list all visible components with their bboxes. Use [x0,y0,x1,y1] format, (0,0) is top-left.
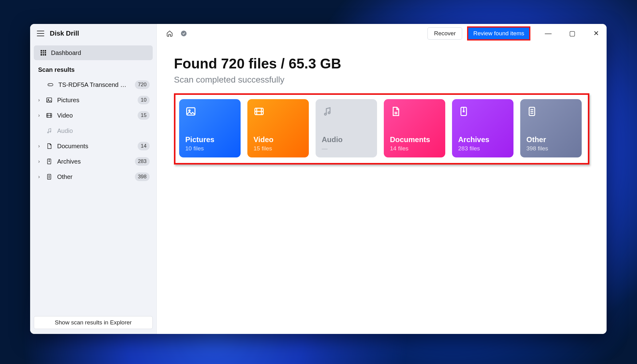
chevron-right-icon: › [37,159,41,164]
sidebar: Disk Drill Dashboard Scan results › TS-R… [30,24,157,334]
svg-rect-0 [48,83,53,86]
sidebar-item-count: 398 [135,172,150,181]
card-pictures[interactable]: Pictures 10 files [179,99,241,157]
sidebar-footer: Show scan results in Explorer [30,312,156,334]
minimize-button[interactable]: — [543,29,554,37]
audio-icon [322,106,334,118]
maximize-button[interactable]: ▢ [567,29,578,37]
card-other[interactable]: Other 398 files [520,99,582,157]
check-circle-icon[interactable] [179,29,188,38]
picture-icon [45,96,53,104]
sidebar-item-label: Documents [57,143,133,150]
card-subtitle: — [322,145,371,152]
sidebar-item-video[interactable]: › Video 15 [34,108,153,123]
card-archives[interactable]: Archives 283 files [452,99,513,157]
sidebar-item-count: 15 [138,111,150,120]
dashboard-icon [41,50,46,56]
svg-point-1 [49,84,49,85]
topbar: Recover Review found items — ▢ ✕ [157,24,607,43]
sidebar-item-count: 10 [138,96,150,104]
sidebar-item-label: Video [57,112,133,119]
review-found-items-button[interactable]: Review found items [468,27,530,40]
svg-point-24 [324,113,326,115]
main-panel: Recover Review found items — ▢ ✕ Found 7… [157,24,607,334]
sidebar-item-audio[interactable]: › Audio [34,123,153,138]
svg-point-30 [463,111,464,112]
scan-results-tree: › TS-RDF5A Transcend US... 720 › Picture… [30,77,156,184]
results-title: Found 720 files / 65.3 GB [174,55,589,72]
picture-icon [185,106,198,118]
card-title: Pictures [185,135,234,144]
svg-point-17 [181,31,187,36]
device-label: TS-RDF5A Transcend US... [58,81,131,88]
svg-point-12 [49,161,49,162]
video-icon [254,106,266,118]
chevron-right-icon: › [37,113,41,118]
sidebar-item-count: 14 [138,142,150,150]
results-subtitle: Scan completed successfully [174,75,589,85]
hamburger-icon[interactable] [37,31,44,36]
card-audio[interactable]: Audio — [316,99,377,157]
card-subtitle: 398 files [526,145,576,152]
sidebar-item-label: Other [57,173,131,180]
card-subtitle: 14 files [390,145,439,152]
svg-point-8 [48,132,49,133]
chevron-right-icon: › [37,143,41,149]
card-documents[interactable]: Documents 14 files [384,99,445,157]
sidebar-item-pictures[interactable]: › Pictures 10 [34,92,153,108]
sidebar-item-label: Archives [57,158,131,165]
chevron-right-icon: › [37,174,41,180]
sidebar-section-label: Scan results [30,66,156,77]
svg-rect-2 [47,98,52,103]
card-subtitle: 15 files [254,145,303,152]
device-row[interactable]: › TS-RDF5A Transcend US... 720 [34,77,153,92]
sidebar-item-label: Pictures [57,97,133,104]
drive-icon [47,81,54,88]
svg-point-3 [48,99,49,100]
svg-point-19 [189,110,190,111]
home-icon[interactable] [165,29,174,38]
archive-icon [458,106,470,118]
svg-point-25 [328,112,330,114]
sidebar-item-count: 283 [135,157,150,166]
other-icon [45,173,53,180]
card-title: Audio [322,135,371,144]
audio-icon [45,127,53,134]
app-window: Disk Drill Dashboard Scan results › TS-R… [30,24,607,334]
card-subtitle: 283 files [458,145,507,152]
other-icon [526,106,539,118]
card-title: Archives [458,135,507,144]
close-button[interactable]: ✕ [591,29,602,37]
nav-dashboard[interactable]: Dashboard [34,45,153,60]
category-cards: Pictures 10 files Video 15 files Audio — [174,93,589,165]
dashboard-label: Dashboard [51,49,81,56]
video-icon [45,112,53,119]
sidebar-header: Disk Drill [30,24,156,43]
sidebar-item-documents[interactable]: › Documents 14 [34,138,153,154]
app-title: Disk Drill [50,29,79,37]
sidebar-item-archives[interactable]: › Archives 283 [34,154,153,169]
show-in-explorer-button[interactable]: Show scan results in Explorer [34,316,153,329]
card-title: Documents [390,135,439,144]
sidebar-item-other[interactable]: › Other 398 [34,169,153,184]
chevron-right-icon: › [37,97,41,103]
recover-button[interactable]: Recover [427,27,462,40]
card-title: Video [254,135,303,144]
sidebar-item-label: Audio [57,127,150,134]
device-count: 720 [135,80,150,89]
document-icon [45,142,53,150]
card-video[interactable]: Video 15 files [247,99,309,157]
main-body: Found 720 files / 65.3 GB Scan completed… [157,43,607,177]
card-subtitle: 10 files [185,145,234,152]
svg-point-9 [50,131,51,132]
document-icon [390,106,402,118]
card-title: Other [526,135,576,144]
archive-icon [45,158,53,165]
